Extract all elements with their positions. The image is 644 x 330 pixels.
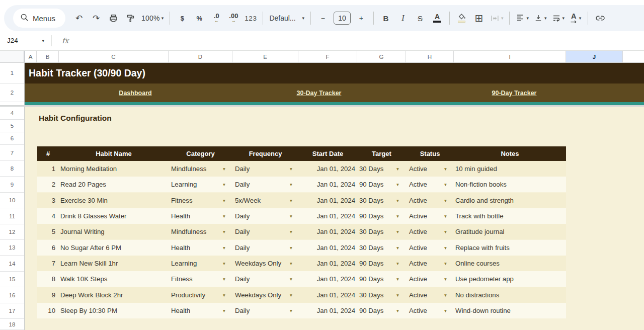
row-header-15[interactable]: 15 xyxy=(0,272,24,287)
cell-target[interactable]: 30 Days xyxy=(359,224,383,239)
cell-habit-name[interactable]: Drink 8 Glasses Water xyxy=(60,208,126,224)
cell-row-number[interactable]: 2 xyxy=(37,177,55,192)
cell-row-number[interactable]: 5 xyxy=(37,224,55,239)
cell-start-date[interactable]: Jan 01, 2024 xyxy=(309,193,355,208)
row-header-5[interactable]: 5 xyxy=(0,120,24,132)
column-header-C[interactable]: C xyxy=(59,51,169,62)
cell-habit-name[interactable]: Read 20 Pages xyxy=(60,177,106,192)
cell-status[interactable]: Active xyxy=(409,224,427,239)
cell-category[interactable]: Productivity xyxy=(171,287,205,303)
cell-habit-name[interactable]: Learn New Skill 1hr xyxy=(60,256,118,271)
cell-category[interactable]: Learning xyxy=(171,256,197,271)
cell-row-number[interactable]: 8 xyxy=(37,271,55,287)
cell-frequency[interactable]: Daily xyxy=(235,303,250,318)
nav-link-30-day-tracker[interactable]: 30-Day Tracker xyxy=(297,84,342,102)
font-family-select[interactable]: Defaul... ▾ xyxy=(268,10,306,26)
cell-start-date[interactable]: Jan 01, 2024 xyxy=(309,177,355,192)
cell-row-number[interactable]: 7 xyxy=(37,256,55,271)
header-cell-category[interactable]: Category xyxy=(169,146,232,161)
cell-notes[interactable]: No distractions xyxy=(455,287,499,303)
undo-icon[interactable]: ↶ xyxy=(71,10,87,26)
dropdown-arrow-icon[interactable]: ▾ xyxy=(223,193,225,208)
cell-notes[interactable]: Gratitude journal xyxy=(455,224,505,239)
dropdown-arrow-icon[interactable]: ▾ xyxy=(444,287,447,303)
dropdown-arrow-icon[interactable]: ▾ xyxy=(290,287,292,303)
row-header-1[interactable]: 1 xyxy=(0,63,24,84)
cell-habit-name[interactable]: Journal Writing xyxy=(60,224,105,239)
cell-target[interactable]: 90 Days xyxy=(359,177,383,192)
dropdown-arrow-icon[interactable]: ▾ xyxy=(223,208,225,224)
dropdown-arrow-icon[interactable]: ▾ xyxy=(396,256,399,271)
row-header-17[interactable]: 17 xyxy=(0,303,24,319)
strikethrough-button[interactable]: S xyxy=(413,10,428,26)
cell-category[interactable]: Mindfulness xyxy=(171,224,206,239)
dropdown-arrow-icon[interactable]: ▾ xyxy=(444,224,447,239)
dropdown-arrow-icon[interactable]: ▾ xyxy=(290,224,292,239)
nav-link-dashboard[interactable]: Dashboard xyxy=(119,84,151,102)
cell-status[interactable]: Active xyxy=(409,161,427,177)
row-header-13[interactable]: 13 xyxy=(0,240,24,256)
cell-start-date[interactable]: Jan 01, 2024 xyxy=(309,303,355,318)
menus-search-button[interactable]: Menus xyxy=(13,9,65,28)
dropdown-arrow-icon[interactable]: ▾ xyxy=(290,303,292,318)
header-cell-status[interactable]: Status xyxy=(406,146,454,161)
dropdown-arrow-icon[interactable]: ▾ xyxy=(444,271,447,287)
cell-category[interactable]: Health xyxy=(171,303,190,318)
cell-category[interactable]: Health xyxy=(171,208,190,224)
header-cell-start-date[interactable]: Start Date xyxy=(298,146,357,161)
row-header-7[interactable]: 7 xyxy=(0,145,24,161)
horizontal-align-button[interactable]: ▾ xyxy=(514,10,530,26)
column-header-I[interactable]: I xyxy=(454,51,566,62)
cell-target[interactable]: 90 Days xyxy=(359,271,383,287)
cell-category[interactable]: Health xyxy=(171,240,190,256)
column-header-G[interactable]: G xyxy=(357,51,406,62)
dropdown-arrow-icon[interactable]: ▾ xyxy=(396,224,399,239)
cell-start-date[interactable]: Jan 01, 2024 xyxy=(309,224,355,239)
cell-notes[interactable]: Track with bottle xyxy=(455,208,504,224)
merge-cells-button[interactable]: ▾ xyxy=(489,10,505,26)
cell-start-date[interactable]: Jan 01, 2024 xyxy=(309,271,355,287)
header-cell-frequency[interactable]: Frequency xyxy=(232,146,298,161)
cell-frequency[interactable]: 5x/Week xyxy=(235,193,261,208)
column-header-D[interactable]: D xyxy=(169,51,232,62)
dropdown-arrow-icon[interactable]: ▾ xyxy=(290,271,292,287)
dropdown-arrow-icon[interactable]: ▾ xyxy=(223,224,225,239)
cell-habit-name[interactable]: Sleep By 10:30 PM xyxy=(60,303,117,318)
cell-target[interactable]: 30 Days xyxy=(359,161,383,177)
row-header-14[interactable]: 14 xyxy=(0,256,24,272)
decrease-font-size-button[interactable]: − xyxy=(315,10,331,26)
column-header-A[interactable]: A xyxy=(25,51,37,62)
cell-target[interactable]: 90 Days xyxy=(359,303,383,318)
dropdown-arrow-icon[interactable]: ▾ xyxy=(290,240,292,256)
insert-link-icon[interactable] xyxy=(593,10,608,26)
cell-category[interactable]: Mindfulness xyxy=(171,161,206,177)
text-wrap-button[interactable]: ▾ xyxy=(550,10,567,26)
cell-status[interactable]: Active xyxy=(409,193,427,208)
cell-row-number[interactable]: 10 xyxy=(37,303,55,318)
cell-frequency[interactable]: Daily xyxy=(235,177,250,192)
dropdown-arrow-icon[interactable]: ▾ xyxy=(396,303,399,318)
dropdown-arrow-icon[interactable]: ▾ xyxy=(396,177,399,192)
cell-frequency[interactable]: Weekdays Only xyxy=(235,287,281,303)
dropdown-arrow-icon[interactable]: ▾ xyxy=(223,287,225,303)
column-header-J[interactable]: J xyxy=(566,51,623,62)
dropdown-arrow-icon[interactable]: ▾ xyxy=(396,193,399,208)
row-header-11[interactable]: 11 xyxy=(0,208,24,224)
cell-row-number[interactable]: 3 xyxy=(37,193,55,208)
cell-start-date[interactable]: Jan 01, 2024 xyxy=(309,256,355,271)
section-heading[interactable]: Habit Configuration xyxy=(39,114,112,123)
dropdown-arrow-icon[interactable]: ▾ xyxy=(290,256,292,271)
cell-status[interactable]: Active xyxy=(409,177,427,192)
dropdown-arrow-icon[interactable]: ▾ xyxy=(444,240,447,256)
cell-start-date[interactable]: Jan 01, 2024 xyxy=(309,208,355,224)
header-cell-habit-name[interactable]: Habit Name xyxy=(59,146,169,161)
cell-frequency[interactable]: Weekdays Only xyxy=(235,256,281,271)
cell-target[interactable]: 30 Days xyxy=(359,287,383,303)
dropdown-arrow-icon[interactable]: ▾ xyxy=(396,161,399,177)
column-header-B[interactable]: B xyxy=(37,51,59,62)
cell-notes[interactable]: 10 min guided xyxy=(455,161,497,177)
dropdown-arrow-icon[interactable]: ▾ xyxy=(396,240,399,256)
dropdown-arrow-icon[interactable]: ▾ xyxy=(444,193,447,208)
cell-habit-name[interactable]: Deep Work Block 2hr xyxy=(60,287,123,303)
row-header-6[interactable]: 6 xyxy=(0,132,24,145)
